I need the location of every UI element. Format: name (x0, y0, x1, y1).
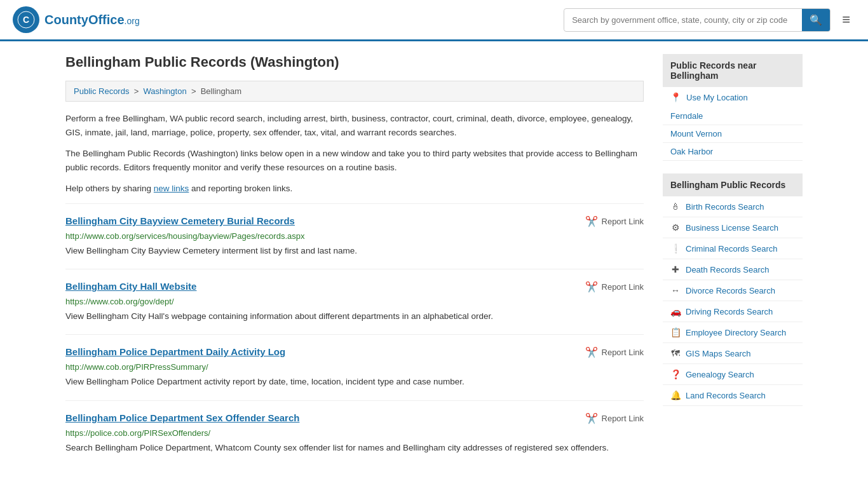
breadcrumb-washington[interactable]: Washington (143, 86, 186, 96)
record-item: Bellingham City Hall Website ✂️ Report L… (65, 269, 644, 334)
report-link-label: Report Link (602, 282, 644, 292)
record-header: Bellingham Police Department Sex Offende… (65, 412, 644, 424)
report-link-label: Report Link (602, 217, 644, 226)
scissors-icon: ✂️ (585, 281, 598, 293)
sidebar-record-item: 📋 Employee Directory Search (663, 322, 803, 343)
scissors-icon: ✂️ (585, 215, 598, 227)
record-type-icon: 📋 (670, 327, 681, 337)
nearby-link[interactable]: Ferndale (670, 111, 703, 121)
bellingham-links: 🕯 Birth Records Search ⚙ Business Licens… (663, 196, 803, 406)
record-url[interactable]: http://www.cob.org/services/housing/bayv… (65, 231, 644, 241)
record-type-icon: 🗺 (670, 348, 681, 358)
record-header: Bellingham City Bayview Cemetery Burial … (65, 215, 644, 227)
menu-icon[interactable]: ≡ (837, 6, 855, 33)
sidebar-record-link[interactable]: Criminal Records Search (686, 244, 778, 254)
sidebar-record-link[interactable]: Business License Search (686, 223, 778, 233)
sidebar: Public Records near Bellingham 📍 Use My … (663, 54, 803, 466)
bellingham-records-title: Bellingham Public Records (663, 173, 803, 196)
record-type-icon: ⚙ (670, 222, 681, 233)
report-link-label: Report Link (602, 414, 644, 423)
record-item: Bellingham City Bayview Cemetery Burial … (65, 203, 644, 269)
sidebar-record-item: ❕ Criminal Records Search (663, 238, 803, 259)
breadcrumb: Public Records > Washington > Bellingham (65, 81, 644, 102)
sidebar-record-link[interactable]: Death Records Search (686, 265, 770, 274)
scissors-icon: ✂️ (585, 346, 598, 358)
record-title[interactable]: Bellingham Police Department Daily Activ… (65, 346, 285, 357)
report-link-button[interactable]: ✂️ Report Link (585, 346, 644, 358)
record-url[interactable]: https://www.cob.org/gov/dept/ (65, 297, 644, 306)
svg-text:C: C (23, 15, 29, 25)
logo-text: CountyOffice.org (44, 13, 140, 27)
location-pin-icon: 📍 (670, 92, 681, 102)
sidebar-record-link[interactable]: Divorce Records Search (686, 286, 775, 295)
report-link-button[interactable]: ✂️ Report Link (585, 215, 644, 227)
search-bar: 🔍 (564, 8, 831, 32)
logo[interactable]: C CountyOffice.org (13, 6, 140, 33)
sidebar-record-item: 🕯 Birth Records Search (663, 196, 803, 217)
nearby-link-item: Oak Harbor (663, 143, 803, 161)
sidebar-record-link[interactable]: Genealogy Search (686, 370, 754, 379)
nearby-link-item: Ferndale (663, 107, 803, 125)
search-button[interactable]: 🔍 (802, 9, 830, 31)
record-desc: Search Bellingham Police Department, Wha… (65, 442, 644, 454)
nearby-section-title: Public Records near Bellingham (663, 54, 803, 87)
sidebar-record-item: ✚ Death Records Search (663, 259, 803, 280)
record-type-icon: ❓ (670, 369, 681, 379)
sidebar-record-link[interactable]: Birth Records Search (686, 202, 764, 212)
sidebar-record-item: ❓ Genealogy Search (663, 364, 803, 385)
record-type-icon: ❕ (670, 243, 681, 254)
breadcrumb-bellingham: Bellingham (201, 86, 241, 96)
sidebar-record-item: 🗺 GIS Maps Search (663, 343, 803, 364)
nearby-section: Public Records near Bellingham 📍 Use My … (663, 54, 803, 161)
record-desc: View Bellingham Police Department activi… (65, 376, 644, 388)
report-link-button[interactable]: ✂️ Report Link (585, 281, 644, 293)
record-title[interactable]: Bellingham Police Department Sex Offende… (65, 412, 299, 423)
sidebar-record-item: 🔔 Land Records Search (663, 385, 803, 406)
sidebar-record-link[interactable]: Driving Records Search (686, 307, 773, 316)
record-item: Bellingham Police Department Daily Activ… (65, 334, 644, 400)
bellingham-records-section: Bellingham Public Records 🕯 Birth Record… (663, 173, 803, 406)
breadcrumb-public-records[interactable]: Public Records (74, 86, 129, 96)
record-type-icon: ✚ (670, 264, 681, 274)
sidebar-record-link[interactable]: Land Records Search (686, 391, 766, 400)
intro-paragraph-1: Perform a free Bellingham, WA public rec… (65, 112, 644, 139)
sidebar-record-link[interactable]: Employee Directory Search (686, 328, 786, 337)
record-type-icon: ↔ (670, 285, 681, 295)
sidebar-record-item: ⚙ Business License Search (663, 217, 803, 238)
header-controls: 🔍 ≡ (564, 6, 855, 33)
search-input[interactable] (564, 10, 802, 30)
sidebar-record-item: 🚗 Driving Records Search (663, 301, 803, 322)
record-title[interactable]: Bellingham City Bayview Cemetery Burial … (65, 215, 295, 226)
logo-icon: C (13, 6, 39, 33)
report-link-label: Report Link (602, 348, 644, 357)
page-title: Bellingham Public Records (Washington) (65, 54, 644, 71)
records-list: Bellingham City Bayview Cemetery Burial … (65, 203, 644, 466)
new-links-link[interactable]: new links (154, 184, 189, 193)
nearby-links: FerndaleMount VernonOak Harbor (663, 107, 803, 161)
record-desc: View Bellingham City Hall's webpage cont… (65, 310, 644, 323)
record-url[interactable]: https://police.cob.org/PIRSexOffenders/ (65, 428, 644, 438)
record-item: Bellingham Police Department Sex Offende… (65, 400, 644, 466)
record-type-icon: 🔔 (670, 390, 681, 400)
nearby-link-item: Mount Vernon (663, 125, 803, 143)
record-type-icon: 🕯 (670, 201, 681, 212)
intro-paragraph-2: The Bellingham Public Records (Washingto… (65, 147, 644, 174)
sidebar-record-item: ↔ Divorce Records Search (663, 280, 803, 301)
record-desc: View Bellingham City Bayview Cemetery in… (65, 245, 644, 257)
record-url[interactable]: http://www.cob.org/PIRPressSummary/ (65, 362, 644, 372)
scissors-icon: ✂️ (585, 412, 598, 424)
record-title[interactable]: Bellingham City Hall Website (65, 281, 196, 292)
report-link-button[interactable]: ✂️ Report Link (585, 412, 644, 424)
main-content: Bellingham Public Records (Washington) P… (65, 54, 644, 466)
intro-paragraph-3: Help others by sharing new links and rep… (65, 182, 644, 196)
sidebar-record-link[interactable]: GIS Maps Search (686, 349, 751, 358)
nearby-link[interactable]: Oak Harbor (670, 147, 713, 156)
nearby-link[interactable]: Mount Vernon (670, 129, 722, 139)
record-header: Bellingham City Hall Website ✂️ Report L… (65, 281, 644, 293)
record-header: Bellingham Police Department Daily Activ… (65, 346, 644, 358)
use-location-button[interactable]: 📍 Use My Location (663, 87, 803, 107)
record-type-icon: 🚗 (670, 306, 681, 316)
